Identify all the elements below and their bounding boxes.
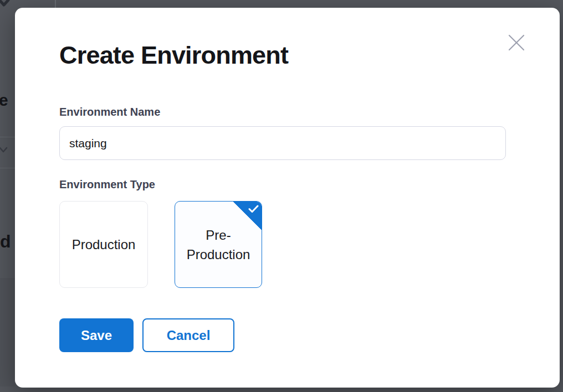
close-x-icon	[508, 34, 525, 53]
type-option-label: Production	[68, 235, 140, 254]
backdrop-divider	[0, 168, 15, 168]
cancel-button[interactable]: Cancel	[142, 318, 234, 352]
backdrop-clipped-text-top: e	[0, 91, 8, 110]
backdrop-chevron-icon	[0, 146, 9, 156]
selected-corner-badge	[233, 201, 262, 230]
type-option-production[interactable]: Production	[59, 201, 148, 288]
type-option-pre-production[interactable]: Pre-Production	[175, 201, 262, 288]
environment-type-label: Environment Type	[59, 177, 155, 192]
dialog-title: Create Environment	[59, 41, 288, 70]
type-option-label: Pre-Production	[175, 225, 262, 264]
create-environment-dialog: Create Environment Environment Name Envi…	[15, 8, 560, 388]
backdrop-divider	[55, 0, 56, 8]
save-button[interactable]: Save	[59, 318, 134, 352]
backdrop-clipped-text-bottom: d	[0, 231, 11, 252]
backdrop-chevron-icon	[0, 0, 11, 10]
close-button[interactable]	[506, 33, 527, 54]
environment-name-label: Environment Name	[59, 105, 160, 119]
backdrop-divider	[0, 137, 15, 137]
environment-name-input[interactable]	[59, 126, 506, 160]
backdrop-section	[0, 278, 15, 386]
